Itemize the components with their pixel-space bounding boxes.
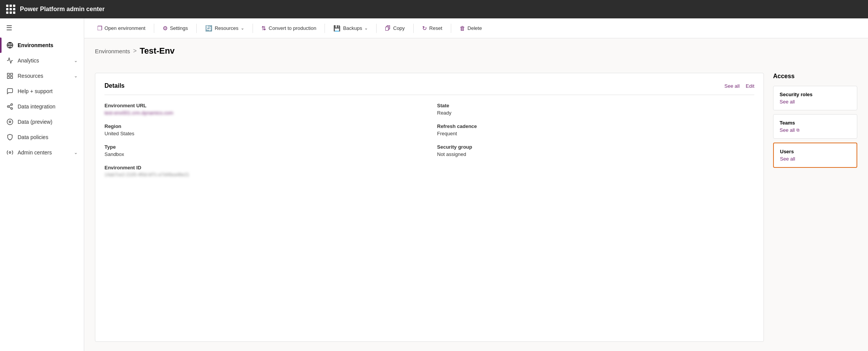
sidebar-item-data-preview[interactable]: Data (preview) [0,114,84,130]
sidebar-resources-label: Resources [18,73,70,79]
data-integration-icon [6,103,14,110]
detail-refresh-cadence: Refresh cadence Frequent [437,123,754,136]
convert-icon: ⇅ [261,25,266,32]
users-title: Users [780,149,850,154]
app-title: Power Platform admin center [20,6,104,13]
app-launcher-icon[interactable] [6,5,15,14]
sidebar-analytics-label: Analytics [18,57,70,64]
refresh-cadence-value: Frequent [437,131,754,136]
svg-point-8 [11,108,13,110]
detail-env-id: Environment ID 14ab7ce2-2105-4f0d-bf7c-e… [104,165,754,177]
resources-dropdown-icon: ⌄ [241,26,244,31]
globe-icon [6,41,14,49]
content-area: ❐ Open environment ⚙ Settings 🔄 Resource… [84,18,868,351]
copy-button[interactable]: 🗍 Copy [381,23,408,34]
hamburger-menu[interactable]: ☰ [0,18,84,38]
svg-point-13 [9,152,11,154]
resources-toolbar-icon: 🔄 [205,25,212,32]
breadcrumb-current: Test-Env [140,46,175,56]
svg-line-10 [9,105,11,106]
env-id-value: 14ab7ce2-2105-4f0d-bf7c-e7d46ea48e21 [104,172,754,177]
sidebar-item-resources[interactable]: Resources ⌄ [0,68,84,84]
access-teams: Teams See all ⧉ [773,114,857,139]
toolbar: ❐ Open environment ⚙ Settings 🔄 Resource… [84,18,868,38]
reset-button[interactable]: ↻ Reset [418,23,446,34]
detail-region: Region United States [104,123,422,136]
sidebar: ☰ Environments Analytics ⌄ Resources ⌄ [0,18,84,351]
sidebar-item-data-policies[interactable]: Data policies [0,130,84,145]
sidebar-data-integration-label: Data integration [18,103,78,110]
svg-rect-3 [11,73,13,75]
analytics-icon [6,57,14,64]
settings-icon: ⚙ [163,25,168,32]
open-environment-button[interactable]: ❐ Open environment [93,23,149,34]
sidebar-item-help-support[interactable]: Help + support [0,84,84,99]
sidebar-item-data-integration[interactable]: Data integration [0,99,84,114]
backups-button[interactable]: 💾 Backups ⌄ [330,23,372,34]
toolbar-divider-3 [253,24,253,33]
svg-point-11 [7,119,13,125]
see-all-link[interactable]: See all [724,83,740,89]
data-preview-icon [6,118,14,126]
sidebar-item-environments[interactable]: Environments [0,38,84,53]
toolbar-divider-2 [196,24,197,33]
type-label: Type [104,144,422,150]
toolbar-divider-1 [154,24,154,33]
access-users: Users See all [773,143,857,168]
details-card: Details See all Edit Environment URL tes… [95,73,764,342]
reset-icon: ↻ [422,25,427,32]
sidebar-data-preview-label: Data (preview) [18,119,78,125]
state-label: State [437,103,754,108]
sidebar-item-analytics[interactable]: Analytics ⌄ [0,53,84,68]
backups-dropdown-icon: ⌄ [364,26,368,31]
security-roles-see-all[interactable]: See all [780,99,851,105]
env-url-label: Environment URL [104,103,422,108]
sidebar-help-label: Help + support [18,88,78,94]
convert-to-production-button[interactable]: ⇅ Convert to production [258,23,320,34]
external-link-icon: ⧉ [796,128,799,133]
backups-icon: 💾 [333,25,341,32]
state-value: Ready [437,110,754,116]
settings-button[interactable]: ⚙ Settings [159,23,192,34]
sidebar-environments-label: Environments [18,42,78,48]
security-roles-title: Security roles [780,92,851,97]
teams-see-all[interactable]: See all ⧉ [780,127,851,133]
toolbar-divider-4 [325,24,325,33]
toolbar-divider-6 [413,24,414,33]
copy-icon: 🗍 [385,25,391,31]
svg-rect-5 [11,77,13,79]
delete-button[interactable]: 🗑 Delete [456,23,486,34]
resources-button[interactable]: 🔄 Resources ⌄ [201,23,248,34]
access-title: Access [773,73,857,80]
svg-point-7 [7,106,9,108]
top-bar: Power Platform admin center [0,0,868,18]
resources-icon [6,72,14,80]
users-see-all[interactable]: See all [780,156,850,162]
teams-title: Teams [780,120,851,126]
card-header: Details See all Edit [104,82,754,95]
sidebar-item-admin-centers[interactable]: Admin centers ⌄ [0,145,84,160]
region-value: United States [104,131,422,136]
details-title: Details [104,82,124,89]
edit-link[interactable]: Edit [746,83,754,89]
help-icon [6,87,14,95]
page-wrapper: Environments > Test-Env Details See all … [84,38,868,351]
detail-env-url: Environment URL test-env001.crm.dynamics… [104,103,422,116]
resources-chevron-icon: ⌄ [74,73,78,79]
region-label: Region [104,123,422,129]
breadcrumb: Environments > Test-Env [95,46,857,56]
refresh-cadence-label: Refresh cadence [437,123,754,129]
svg-point-6 [11,104,13,106]
breadcrumb-section: Environments > Test-Env [84,38,868,64]
card-actions: See all Edit [724,83,754,89]
svg-rect-2 [7,73,9,75]
access-panel: Access Security roles See all Teams See … [773,73,857,342]
detail-security-group: Security group Not assigned [437,144,754,157]
detail-state: State Ready [437,103,754,116]
access-security-roles: Security roles See all [773,86,857,110]
breadcrumb-parent[interactable]: Environments [95,48,130,54]
env-id-label: Environment ID [104,165,754,171]
env-url-value: test-env001.crm.dynamics.com [104,110,422,116]
toolbar-divider-5 [376,24,377,33]
detail-type: Type Sandbox [104,144,422,157]
